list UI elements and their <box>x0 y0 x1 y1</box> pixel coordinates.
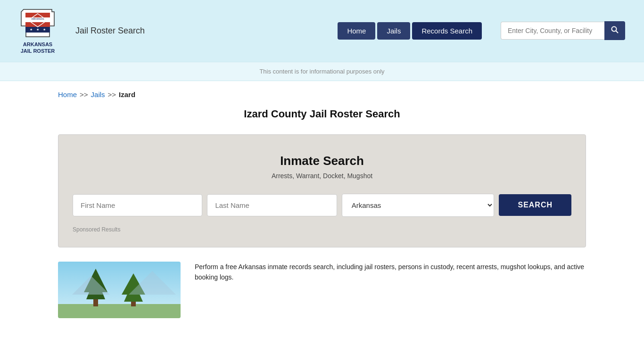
sponsored-label: Sponsored Results <box>73 226 571 233</box>
svg-point-10 <box>612 27 617 32</box>
svg-rect-19 <box>131 302 136 306</box>
svg-rect-13 <box>58 304 181 318</box>
logo-text: ARKANSAS JAIL ROSTER <box>21 41 55 55</box>
last-name-input[interactable] <box>207 194 337 216</box>
inmate-search-title: Inmate Search <box>73 154 571 168</box>
breadcrumb-home[interactable]: Home <box>58 90 77 99</box>
search-icon <box>611 26 619 33</box>
info-banner: This content is for informational purpos… <box>0 62 644 81</box>
bottom-text: Perform a free Arkansas inmate records s… <box>195 262 586 283</box>
logo-image: ★ ★ ★ ARKANSAS <box>19 7 57 39</box>
site-header: ★ ★ ★ ARKANSAS ARKANSAS JAIL ROSTER Jail… <box>0 0 644 62</box>
nav-records-button[interactable]: Records Search <box>412 22 482 40</box>
header-search-input[interactable] <box>501 22 604 40</box>
svg-rect-16 <box>93 299 98 306</box>
bottom-image <box>58 262 181 318</box>
bottom-illustration <box>58 262 181 318</box>
svg-text:★: ★ <box>30 28 33 31</box>
svg-line-11 <box>616 31 619 33</box>
header-search-area <box>501 21 625 40</box>
nav-home-button[interactable]: Home <box>338 22 375 40</box>
breadcrumb-sep2: >> <box>108 90 116 99</box>
first-name-input[interactable] <box>73 194 202 216</box>
inmate-search-box: Inmate Search Arrests, Warrant, Docket, … <box>58 134 586 247</box>
logo-area: ★ ★ ★ ARKANSAS ARKANSAS JAIL ROSTER <box>19 7 57 55</box>
breadcrumb: Home >> Jails >> Izard <box>58 90 586 99</box>
main-nav: Home Jails Records Search <box>338 22 482 40</box>
page-heading: Izard County Jail Roster Search <box>58 108 586 120</box>
header-search-button[interactable] <box>604 21 625 40</box>
svg-text:ARKANSAS: ARKANSAS <box>31 17 44 20</box>
inmate-search-form: Arkansas SEARCH <box>73 194 571 217</box>
breadcrumb-jails[interactable]: Jails <box>91 90 105 99</box>
main-content: Home >> Jails >> Izard Izard County Jail… <box>39 81 605 328</box>
site-title: Jail Roster Search <box>75 26 323 36</box>
breadcrumb-sep1: >> <box>80 90 88 99</box>
bottom-section: Perform a free Arkansas inmate records s… <box>58 262 586 318</box>
svg-rect-3 <box>25 22 50 27</box>
nav-jails-button[interactable]: Jails <box>377 22 410 40</box>
svg-text:★: ★ <box>36 28 39 31</box>
breadcrumb-current: Izard <box>119 90 135 99</box>
svg-text:★: ★ <box>43 28 46 31</box>
state-select[interactable]: Arkansas <box>342 194 495 217</box>
inmate-search-subtitle: Arrests, Warrant, Docket, Mugshot <box>73 172 571 180</box>
inmate-search-button[interactable]: SEARCH <box>499 194 571 216</box>
